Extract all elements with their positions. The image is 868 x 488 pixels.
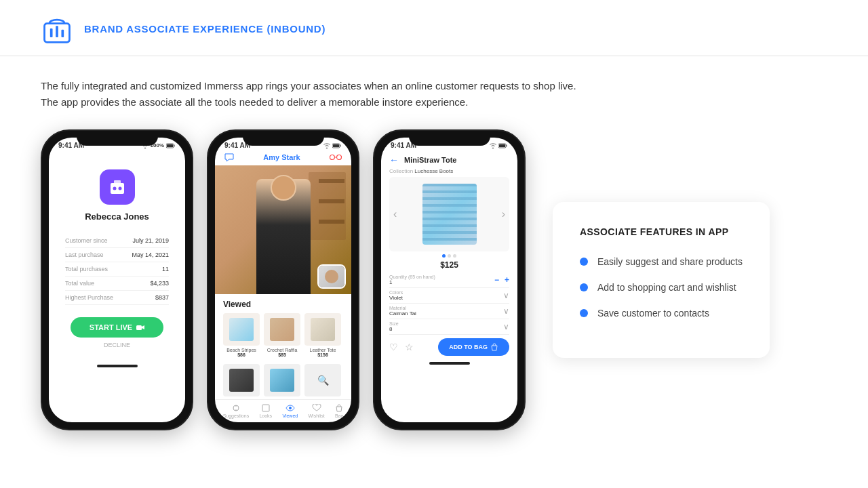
video-background: [215, 165, 351, 294]
decline-label[interactable]: DECLINE: [104, 342, 130, 348]
favorite-icon[interactable]: ♡: [389, 342, 398, 352]
product-img-raffia: [264, 313, 300, 346]
viewed-label: Viewed: [223, 300, 343, 309]
start-live-button[interactable]: START LIVE: [71, 317, 163, 338]
video-call-header: Amy Stark: [215, 150, 351, 165]
product-grid-row1: Beach Stripes $86 Crochet Raffia $85: [223, 313, 343, 357]
svg-point-14: [336, 155, 341, 160]
quantity-minus[interactable]: −: [494, 275, 499, 285]
dot-1[interactable]: [442, 254, 446, 258]
material-row[interactable]: Material Caiman Tai ∨: [389, 304, 509, 319]
svg-point-22: [289, 407, 292, 409]
stat-last-purchase: Last purchase May 14, 2021: [65, 248, 169, 262]
feature-item-3: Save customer to contacts: [580, 308, 743, 319]
product-dark-bag[interactable]: [223, 364, 260, 396]
header: BRAND ASSOCIATE EXPERIENCE (INBOUND): [0, 0, 868, 56]
video-icon: [136, 324, 144, 331]
viewed-section: Viewed Beach Stripes $86 Crochet Raffia: [215, 294, 351, 360]
add-to-bag-button[interactable]: ADD TO BAG: [438, 338, 509, 356]
bookmark-icon[interactable]: ☆: [405, 342, 414, 352]
customer-face: [325, 270, 338, 283]
product-img-search: 🔍: [304, 364, 341, 396]
phone1-mockup: 9:41 AM 100% Rebecca Jones: [41, 129, 193, 430]
phone3-mockup: 9:41 AM ← MiniStraw Tote Collection Luch…: [373, 129, 526, 430]
feature-dot-1: [580, 258, 588, 266]
wifi-icon2: [323, 143, 330, 148]
profile-avatar: [100, 169, 135, 205]
size-value: 8: [389, 326, 399, 332]
size-label: Size: [389, 321, 399, 326]
customer-thumbnail: [317, 264, 346, 289]
product-beach-stripes[interactable]: Beach Stripes $86: [223, 313, 260, 357]
phone1-screen: 9:41 AM 100% Rebecca Jones: [49, 138, 185, 422]
product-img-blue: [264, 364, 300, 396]
product-leather-tote[interactable]: Leather Tote $156: [304, 313, 341, 357]
product-search[interactable]: 🔍: [304, 364, 341, 396]
svg-rect-21: [262, 405, 269, 411]
search-icon: 🔍: [311, 369, 335, 392]
stat-value-last-purchase: May 14, 2021: [132, 251, 169, 258]
bag-add-icon: [490, 343, 498, 351]
size-row[interactable]: Size 8 ∨: [389, 319, 509, 335]
dot-3[interactable]: [453, 254, 456, 258]
dark-bag-img: [229, 369, 254, 392]
collection-label: Collection Luchesse Boots: [381, 168, 517, 174]
feature-item-2: Add to shopping cart and wishlist: [580, 282, 743, 293]
collection-prefix: Collection: [389, 168, 414, 174]
svg-point-13: [330, 155, 334, 160]
stat-value-customer-since: July 21, 2019: [132, 237, 169, 244]
image-dots: [381, 254, 517, 258]
nav-suggestions[interactable]: Suggestions: [223, 404, 250, 418]
product-title: MiniStraw Tote: [404, 156, 456, 164]
nav-wishlist[interactable]: Wishlist: [308, 404, 324, 418]
stat-highest-purchase: Highest Purchase $837: [65, 291, 169, 305]
product-crochet-raffia[interactable]: Crochet Raffia $85: [264, 313, 300, 357]
battery-icon3: [498, 143, 508, 148]
feature-dot-3: [580, 309, 588, 317]
quantity-plus[interactable]: +: [505, 275, 509, 285]
stat-label-total-purchases: Total purchases: [65, 266, 108, 272]
quantity-row: Quantity (65 on hand) 1 − +: [389, 272, 509, 288]
beach-bag-img: [229, 318, 254, 341]
bag-icon: [335, 404, 343, 412]
person-head: [271, 175, 296, 201]
profile-area: Rebecca Jones Customer since July 21, 20…: [49, 150, 185, 362]
nav-looks[interactable]: Looks: [259, 404, 272, 418]
svg-rect-12: [333, 144, 339, 147]
product-img-beach: [223, 313, 260, 346]
description-line2: The app provides the associate all the t…: [41, 94, 827, 110]
product-blue-bag[interactable]: [264, 364, 300, 396]
svg-rect-7: [114, 180, 121, 184]
stat-label-customer-since: Customer since: [65, 237, 108, 244]
feature-dot-2: [580, 283, 588, 291]
svg-point-9: [118, 187, 121, 190]
next-image-arrow[interactable]: ›: [502, 208, 505, 220]
main-content: 9:41 AM 100% Rebecca Jones: [0, 129, 868, 458]
quantity-controls: − +: [494, 275, 509, 285]
product-price-raffia: $85: [278, 352, 286, 357]
associate-name: Amy Stark: [263, 153, 300, 161]
profile-name: Rebecca Jones: [85, 211, 149, 222]
stat-label-highest-purchase: Highest Purchase: [65, 294, 113, 301]
description-line1: The fully integrated and customized Imme…: [41, 78, 827, 94]
description-section: The fully integrated and customized Imme…: [0, 56, 868, 129]
nav-label-viewed: Viewed: [282, 413, 298, 418]
customer-thumb-bg: [319, 266, 344, 287]
feature-text-2: Add to shopping cart and wishlist: [597, 282, 736, 293]
prev-image-arrow[interactable]: ‹: [393, 208, 397, 220]
looks-icon: [262, 404, 270, 412]
nav-bag[interactable]: Bag: [335, 404, 343, 418]
back-arrow[interactable]: ←: [389, 155, 399, 165]
colors-chevron: ∨: [503, 291, 509, 300]
product-price-beach: $86: [237, 352, 245, 357]
phone3-home-indicator: [429, 362, 470, 365]
stat-value-highest-purchase: $837: [155, 294, 169, 301]
colors-row[interactable]: Colors Violet ∨: [389, 288, 509, 304]
product-name-leather: Leather Tote: [310, 348, 336, 352]
svg-rect-24: [499, 144, 505, 147]
material-value: Caiman Tai: [389, 310, 416, 317]
nav-viewed[interactable]: Viewed: [282, 404, 298, 418]
dot-2[interactable]: [448, 254, 451, 258]
svg-rect-6: [111, 183, 124, 194]
wishlist-icon: [312, 404, 321, 412]
